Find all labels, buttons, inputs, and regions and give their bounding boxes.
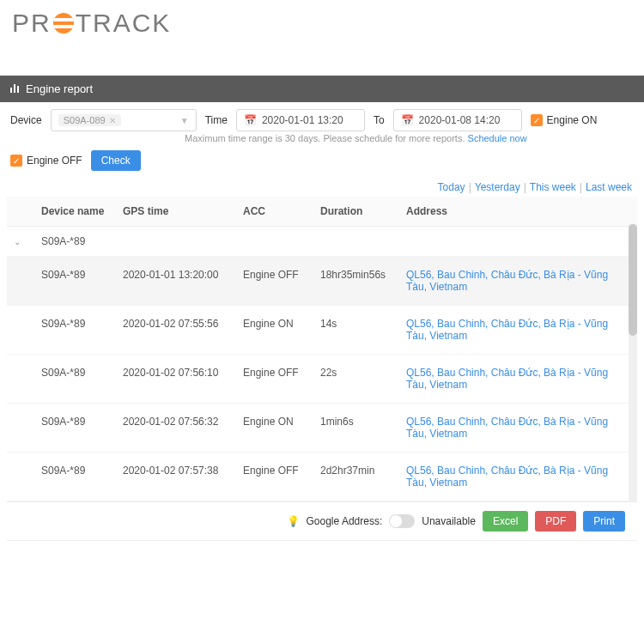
group-row[interactable]: ⌄ S09A-*89	[7, 227, 637, 257]
scrollbar[interactable]	[629, 224, 637, 501]
check-button[interactable]: Check	[91, 150, 141, 171]
table-row: S09A-*892020-01-02 07:57:38Engine OFF2d2…	[7, 453, 637, 501]
address-link[interactable]: QL56, Bau Chinh, Châu Đức, Bà Rịa - Vũng…	[406, 465, 608, 489]
thisweek-link[interactable]: This week	[530, 181, 576, 193]
unavailable-label: Unavailable	[422, 515, 476, 527]
quick-range: Today| Yesterday| This week| Last week	[0, 178, 644, 197]
to-date-input[interactable]: 📅 2020-01-08 14:20	[393, 109, 522, 131]
engine-on-checkbox[interactable]: ✓ Engine ON	[531, 114, 598, 126]
schedule-link[interactable]: Schedule now	[468, 133, 527, 143]
checkbox-checked-icon: ✓	[10, 155, 22, 167]
logo-o-icon	[53, 13, 74, 33]
bulb-icon: 💡	[287, 515, 300, 527]
col-address: Address	[399, 197, 637, 227]
svg-rect-0	[10, 88, 12, 93]
col-gps: GPS time	[116, 197, 236, 227]
bars-icon	[10, 82, 21, 95]
logo-post: TRACK	[76, 9, 172, 38]
engine-off-checkbox[interactable]: ✓ Engine OFF	[10, 155, 82, 167]
address-link[interactable]: QL56, Bau Chinh, Châu Đức, Bà Rịa - Vũng…	[406, 318, 608, 342]
from-date-input[interactable]: 📅 2020-01-01 13:20	[236, 109, 365, 131]
excel-button[interactable]: Excel	[483, 511, 528, 532]
time-hint: Maximum time range is 30 days. Please sc…	[185, 133, 644, 143]
title-bar: Engine report	[0, 76, 644, 102]
table-row: S09A-*892020-01-01 13:20:00Engine OFF18h…	[7, 257, 637, 306]
report-table: Device name GPS time ACC Duration Addres…	[7, 197, 637, 501]
tag-close-icon[interactable]: ✕	[109, 116, 116, 125]
device-label: Device	[10, 114, 42, 126]
col-device: Device name	[34, 197, 116, 227]
svg-rect-1	[14, 84, 15, 93]
logo-pre: PR	[12, 9, 52, 38]
table-row: S09A-*892020-01-02 07:56:10Engine OFF22s…	[7, 355, 637, 404]
logo: PR TRACK	[0, 0, 644, 76]
calendar-icon: 📅	[401, 114, 414, 126]
scrollbar-thumb[interactable]	[629, 224, 637, 336]
col-duration: Duration	[313, 197, 399, 227]
address-link[interactable]: QL56, Bau Chinh, Châu Đức, Bà Rịa - Vũng…	[406, 367, 608, 391]
today-link[interactable]: Today	[438, 181, 465, 193]
google-toggle[interactable]	[389, 514, 415, 528]
address-link[interactable]: QL56, Bau Chinh, Châu Đức, Bà Rịa - Vũng…	[406, 416, 608, 440]
address-link[interactable]: QL56, Bau Chinh, Châu Đức, Bà Rịa - Vũng…	[406, 269, 608, 293]
col-acc: ACC	[236, 197, 313, 227]
to-label: To	[374, 114, 385, 126]
calendar-icon: 📅	[244, 114, 257, 126]
checkbox-checked-icon: ✓	[531, 114, 543, 126]
pdf-button[interactable]: PDF	[535, 511, 576, 532]
svg-rect-2	[17, 86, 19, 93]
chevron-down-icon: ▼	[180, 116, 189, 125]
title: Engine report	[26, 82, 93, 95]
expand-icon[interactable]: ⌄	[14, 237, 21, 246]
lastweek-link[interactable]: Last week	[586, 181, 632, 193]
device-select[interactable]: S09A-089 ✕ ▼	[51, 109, 197, 131]
footer-bar: 💡 Google Address: Unavailable Excel PDF …	[7, 501, 637, 541]
google-label: Google Address:	[307, 515, 383, 527]
device-tag[interactable]: S09A-089 ✕	[58, 114, 121, 126]
table-row: S09A-*892020-01-02 07:55:56Engine ON14sQ…	[7, 306, 637, 355]
time-label: Time	[205, 114, 228, 126]
yesterday-link[interactable]: Yesterday	[475, 181, 520, 193]
table-row: S09A-*892020-01-02 07:56:32Engine ON1min…	[7, 404, 637, 453]
print-button[interactable]: Print	[583, 511, 625, 532]
